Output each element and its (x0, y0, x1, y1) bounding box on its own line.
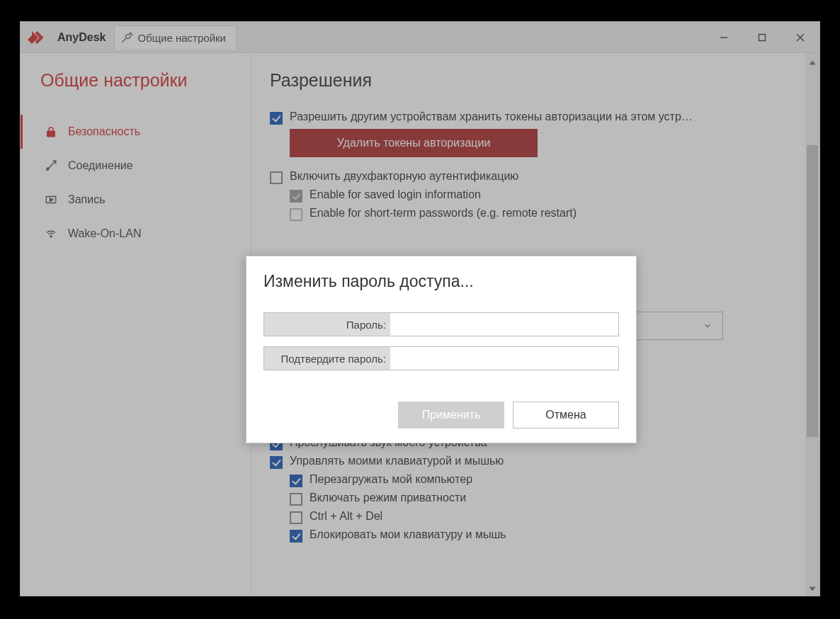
cancel-button[interactable]: Отмена (513, 402, 619, 428)
dialog-title: Изменить пароль доступа... (263, 272, 619, 291)
password-label: Пароль: (264, 313, 390, 336)
change-password-dialog: Изменить пароль доступа... Пароль: Подтв… (246, 256, 637, 443)
confirm-label: Подтвердите пароль: (264, 347, 390, 370)
confirm-password-input[interactable] (390, 347, 618, 370)
dialog-buttons: Применить Отмена (263, 402, 619, 428)
confirm-row: Подтвердите пароль: (263, 346, 619, 370)
app-window: AnyDesk Общие настройки Общие настройки (20, 21, 820, 596)
password-row: Пароль: (263, 312, 619, 336)
apply-button[interactable]: Применить (398, 402, 504, 428)
password-input[interactable] (390, 313, 618, 336)
